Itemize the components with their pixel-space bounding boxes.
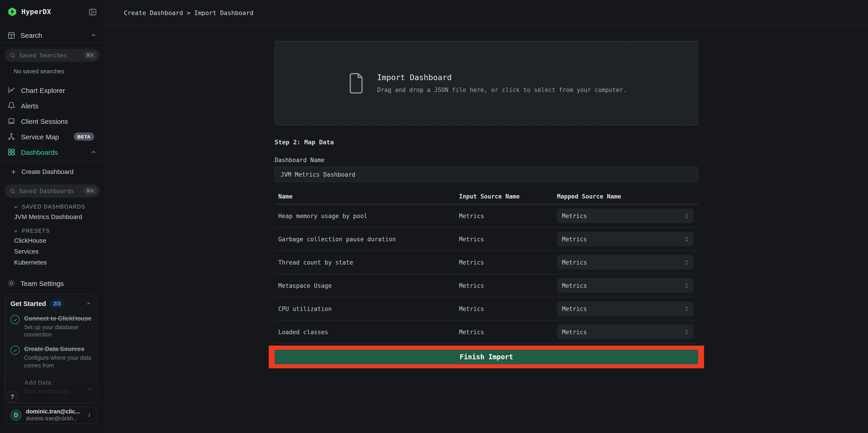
nav-label: Alerts <box>21 102 38 110</box>
chevron-up-icon[interactable] <box>90 32 97 39</box>
input-source-name: Metrics <box>459 236 557 243</box>
get-started-item-connect[interactable]: Connect to ClickHouse Set up your databa… <box>5 308 97 339</box>
selected-value: Metrics <box>562 305 683 312</box>
selector-chevrons-icon <box>683 236 690 243</box>
user-menu[interactable]: D dominic.tran@clic... dominic.tran@clic… <box>6 407 97 424</box>
table-row: Thread count by state Metrics Metrics <box>275 251 698 274</box>
sidebar-item-jvm-metrics-dashboard[interactable]: JVM Metrics Dashboard <box>0 212 104 222</box>
sidebar-item-search[interactable]: Search <box>0 28 104 43</box>
chevron-down-icon <box>13 204 19 210</box>
table-header-row: Name Input Source Name Mapped Source Nam… <box>275 189 698 205</box>
dashboard-name-input[interactable] <box>275 167 698 182</box>
sidebar-item-team-settings[interactable]: Team Settings <box>0 279 104 288</box>
get-started-header[interactable]: Get Started 2/3 <box>5 294 97 308</box>
table-row: Garbage collection pause duration Metric… <box>275 228 698 251</box>
mapped-source-select[interactable]: Metrics <box>557 302 693 316</box>
selector-chevrons-icon <box>683 329 690 335</box>
saved-searches-input-wrap: ⌘K <box>5 49 100 62</box>
table-row: CPU utilization Metrics Metrics <box>275 297 698 320</box>
check-circle-icon <box>10 346 20 355</box>
dropzone-title: Import Dashboard <box>377 73 627 82</box>
mapped-source-select[interactable]: Metrics <box>557 209 693 223</box>
sidebar-item-clickhouse[interactable]: ClickHouse <box>0 235 104 246</box>
get-started-item-sources[interactable]: Create Data Sources Configure where your… <box>5 339 97 369</box>
bell-icon <box>7 101 16 110</box>
user-name: dominic.tran@clic... <box>26 409 82 416</box>
sidebar-item-dashboards[interactable]: Dashboards <box>0 144 104 160</box>
section-presets[interactable]: PRESETS <box>0 227 104 235</box>
get-started-panel: Get Started 2/3 Connect to ClickHouse Se… <box>5 294 98 403</box>
brand-row: HyperDX <box>0 0 104 17</box>
sidebar-item-client-sessions[interactable]: Client Sessions <box>0 113 104 129</box>
sidebar-item-chart-explorer[interactable]: Chart Explorer <box>0 83 104 98</box>
mapped-source-select[interactable]: Metrics <box>557 255 693 270</box>
json-dropzone[interactable]: Import Dashboard Drag and drop a JSON fi… <box>275 41 698 125</box>
mapped-source-select[interactable]: Metrics <box>557 324 693 339</box>
section-title: SAVED DASHBOARDS <box>22 204 85 210</box>
nav-label: Service Map <box>21 133 59 141</box>
task-title: Connect to ClickHouse <box>24 315 92 322</box>
hyperdx-logo-icon <box>7 7 17 17</box>
search-section-icon <box>7 31 16 39</box>
saved-searches-input[interactable] <box>19 52 81 59</box>
nav-label: Chart Explorer <box>21 86 65 94</box>
sidebar-item-alerts[interactable]: Alerts <box>0 98 104 113</box>
panel-fade-overlay <box>5 376 97 403</box>
sidebar-nav: Chart Explorer Alerts Client Sessions <box>0 83 104 160</box>
selected-value: Metrics <box>562 282 683 289</box>
team-settings-label: Team Settings <box>21 279 64 287</box>
sidebar-item-kubernetes[interactable]: Kubernetes <box>0 257 104 268</box>
selected-value: Metrics <box>562 212 683 219</box>
create-dashboard-button[interactable]: Create Dashboard <box>0 165 104 179</box>
nav-label: Dashboards <box>21 148 58 156</box>
breadcrumb: Create Dashboard > Import Dashboard <box>124 9 253 17</box>
chevron-right-icon <box>86 412 92 419</box>
nav-label: Client Sessions <box>21 117 68 125</box>
no-saved-searches-text: No saved searches <box>14 68 104 75</box>
table-row: Loaded classes Metrics Metrics <box>275 320 698 344</box>
dashboard-name-label: Dashboard Name <box>275 157 698 163</box>
step-heading: Step 2: Map Data <box>275 138 698 146</box>
dashboards-icon <box>7 148 16 156</box>
search-icon <box>9 188 16 194</box>
shortcut-badge: ⌘K <box>84 52 97 59</box>
input-source-name: Metrics <box>459 259 557 266</box>
sidebar-item-service-map[interactable]: Service Map BETA <box>0 129 104 144</box>
chart-explorer-icon <box>7 86 16 94</box>
saved-dashboards-input-wrap: ⌘K <box>5 184 100 197</box>
chevron-up-icon[interactable] <box>86 301 92 307</box>
brand-name: HyperDX <box>22 8 84 16</box>
mapping-table: Name Input Source Name Mapped Source Nam… <box>275 189 698 344</box>
chart-name: Heap memory usage by pool <box>275 212 459 219</box>
selector-chevrons-icon <box>683 305 690 312</box>
chart-name: CPU utilization <box>275 305 459 312</box>
finish-import-button[interactable]: Finish Import <box>275 350 698 364</box>
selected-value: Metrics <box>562 329 683 335</box>
search-icon <box>9 52 16 59</box>
selector-chevrons-icon <box>683 282 690 289</box>
task-desc: Set up your database connection <box>24 324 92 339</box>
mapped-source-select[interactable]: Metrics <box>557 232 693 246</box>
sidebar-item-services[interactable]: Services <box>0 246 104 257</box>
input-source-name: Metrics <box>459 212 557 219</box>
import-dashboard-content: Import Dashboard Drag and drop a JSON fi… <box>275 41 698 368</box>
check-circle-icon <box>10 315 20 324</box>
progress-badge: 2/3 <box>50 300 64 308</box>
laptop-icon <box>7 117 16 125</box>
chevron-up-icon[interactable] <box>90 149 97 155</box>
mapped-source-select[interactable]: Metrics <box>557 278 693 293</box>
gear-icon <box>7 279 16 287</box>
service-map-icon <box>7 132 16 141</box>
avatar: D <box>10 409 22 421</box>
collapse-sidebar-icon[interactable] <box>88 7 97 16</box>
saved-dashboards-input[interactable] <box>19 188 81 194</box>
task-desc: Configure where your data comes from <box>24 354 92 369</box>
help-button[interactable]: ? <box>6 390 19 403</box>
input-source-name: Metrics <box>459 329 557 335</box>
search-section-label: Search <box>21 31 85 39</box>
selector-chevrons-icon <box>683 259 690 266</box>
app-window: HyperDX Search <box>0 0 868 433</box>
selector-chevrons-icon <box>683 212 690 219</box>
highlight-annotation: Finish Import <box>269 346 704 368</box>
section-saved-dashboards[interactable]: SAVED DASHBOARDS <box>0 203 104 211</box>
